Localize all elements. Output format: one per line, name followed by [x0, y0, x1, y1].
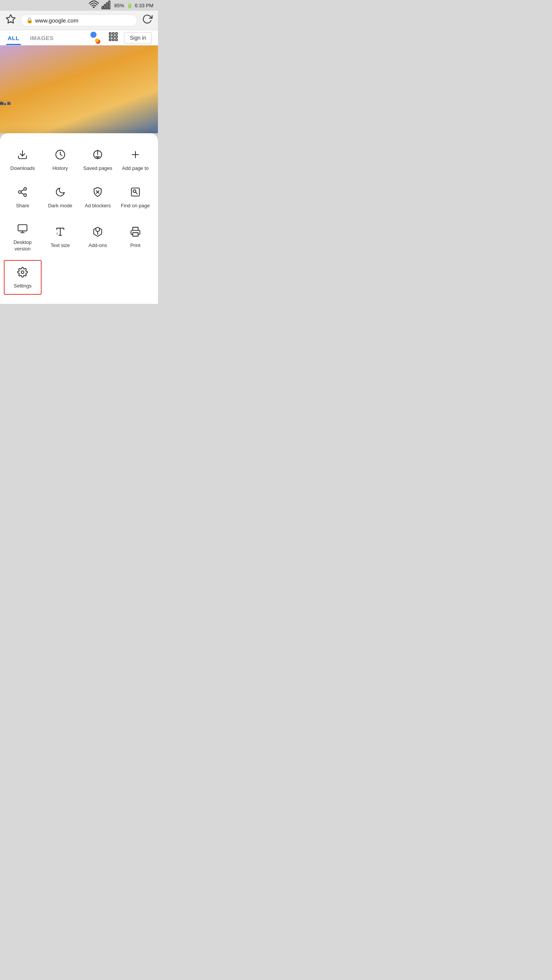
tab-images[interactable]: IMAGES	[29, 30, 55, 45]
downloads-label: Downloads	[10, 165, 35, 172]
svg-rect-1	[104, 4, 106, 9]
print-icon	[130, 226, 141, 239]
print-label: Print	[130, 242, 140, 249]
menu-item-add-ons[interactable]: Add-ons	[79, 217, 117, 257]
svg-text:T: T	[56, 233, 58, 236]
add-ons-label: Add-ons	[89, 242, 107, 249]
svg-rect-65	[18, 225, 27, 231]
svg-rect-12	[113, 39, 114, 41]
text-size-label: Text size	[50, 242, 70, 249]
status-bar: 85% 🔋 6:33 PM	[0, 0, 158, 11]
find-on-page-label: Find on page	[121, 203, 150, 209]
menu-item-desktop-version[interactable]: Desktop version	[4, 217, 42, 257]
desktop-version-icon	[17, 223, 28, 236]
find-on-page-icon	[130, 187, 141, 199]
menu-item-saved-pages[interactable]: Saved pages	[79, 142, 117, 177]
nav-tabs: ALL IMAGES Sign in	[0, 30, 158, 45]
ad-blockers-icon	[92, 187, 103, 199]
history-label: History	[53, 165, 68, 172]
svg-rect-38	[8, 102, 9, 105]
address-bar[interactable]: 🔒 www.google.com	[21, 15, 137, 26]
svg-rect-3	[108, 1, 110, 9]
webpage-preview	[0, 45, 158, 133]
menu-item-print[interactable]: Print	[117, 217, 154, 257]
text-size-icon: T	[55, 226, 66, 239]
share-icon	[17, 187, 28, 199]
menu-row-3: Desktop version T Text size Add-ons Prin…	[4, 217, 154, 257]
svg-rect-8	[109, 36, 111, 38]
svg-rect-6	[113, 33, 114, 35]
svg-rect-5	[109, 33, 111, 35]
menu-item-ad-blockers[interactable]: Ad blockers	[79, 180, 117, 214]
menu-row-2: Share Dark mode Ad blockers Find on page	[4, 180, 154, 214]
svg-rect-11	[109, 39, 111, 41]
add-page-icon	[130, 149, 141, 161]
saved-pages-icon	[92, 149, 103, 161]
menu-item-add-page[interactable]: Add page to	[117, 142, 154, 177]
url-text: www.google.com	[35, 17, 78, 24]
menu-item-dark-mode[interactable]: Dark mode	[42, 180, 79, 214]
download-icon	[17, 149, 28, 161]
svg-marker-4	[6, 15, 15, 23]
menu-item-text-size[interactable]: T Text size	[42, 217, 79, 257]
wifi-icon	[89, 0, 99, 11]
lock-icon: 🔒	[26, 17, 33, 23]
svg-line-64	[135, 192, 137, 194]
history-icon	[55, 149, 66, 161]
svg-point-72	[21, 271, 24, 273]
svg-point-35	[5, 103, 5, 103]
svg-rect-10	[116, 36, 117, 38]
share-label: Share	[16, 203, 29, 209]
svg-rect-41	[10, 102, 11, 105]
svg-rect-17	[0, 102, 0, 105]
sign-in-button[interactable]: Sign in	[124, 32, 152, 44]
svg-rect-9	[113, 36, 114, 38]
svg-rect-37	[7, 102, 8, 105]
svg-rect-13	[116, 39, 117, 41]
svg-line-59	[21, 189, 24, 191]
add-page-label: Add page to	[122, 165, 149, 172]
svg-rect-22	[3, 103, 4, 105]
saved-pages-label: Saved pages	[83, 165, 112, 172]
menu-item-find-on-page[interactable]: Find on page	[117, 180, 154, 214]
browser-chrome: 🔒 www.google.com	[0, 11, 158, 30]
menu-item-downloads[interactable]: Downloads	[4, 142, 42, 177]
svg-line-58	[21, 192, 24, 194]
bookmark-icon[interactable]	[5, 14, 17, 27]
menu-row-settings: Settings	[4, 260, 154, 295]
svg-rect-48	[0, 105, 11, 105]
menu-item-share[interactable]: Share	[4, 180, 42, 214]
menu-item-settings[interactable]: Settings	[4, 260, 42, 295]
svg-rect-2	[106, 3, 108, 9]
menu-row-1: Downloads History Saved pages Add page t…	[4, 142, 154, 177]
settings-label: Settings	[14, 283, 32, 289]
signal-icon	[101, 0, 112, 11]
google-assistant-icon[interactable]	[90, 32, 103, 44]
add-ons-icon	[92, 226, 103, 239]
apps-grid-icon[interactable]	[108, 31, 119, 44]
dot-blue	[90, 32, 97, 38]
svg-rect-21	[2, 102, 3, 105]
menu-item-history[interactable]: History	[42, 142, 79, 177]
desktop-version-label: Desktop version	[7, 239, 39, 252]
dot-yellow	[95, 39, 99, 42]
city-skyline-svg	[0, 72, 11, 133]
battery-level: 85%	[114, 3, 124, 8]
svg-rect-71	[133, 233, 138, 236]
ad-blockers-label: Ad blockers	[85, 203, 111, 209]
battery-icon: 🔋	[127, 3, 133, 8]
svg-rect-18	[1, 102, 2, 105]
dark-mode-label: Dark mode	[48, 203, 72, 209]
time-display: 6:33 PM	[135, 3, 153, 8]
svg-rect-0	[102, 6, 103, 9]
refresh-icon[interactable]	[141, 14, 153, 27]
svg-rect-7	[116, 33, 117, 35]
settings-icon	[17, 267, 28, 279]
svg-point-36	[5, 103, 6, 103]
tab-all[interactable]: ALL	[6, 30, 21, 45]
nav-right-actions: Sign in	[90, 31, 152, 44]
svg-rect-40	[10, 102, 10, 105]
dark-mode-icon	[55, 187, 66, 199]
bottom-sheet-menu: Downloads History Saved pages Add page t…	[0, 133, 158, 304]
